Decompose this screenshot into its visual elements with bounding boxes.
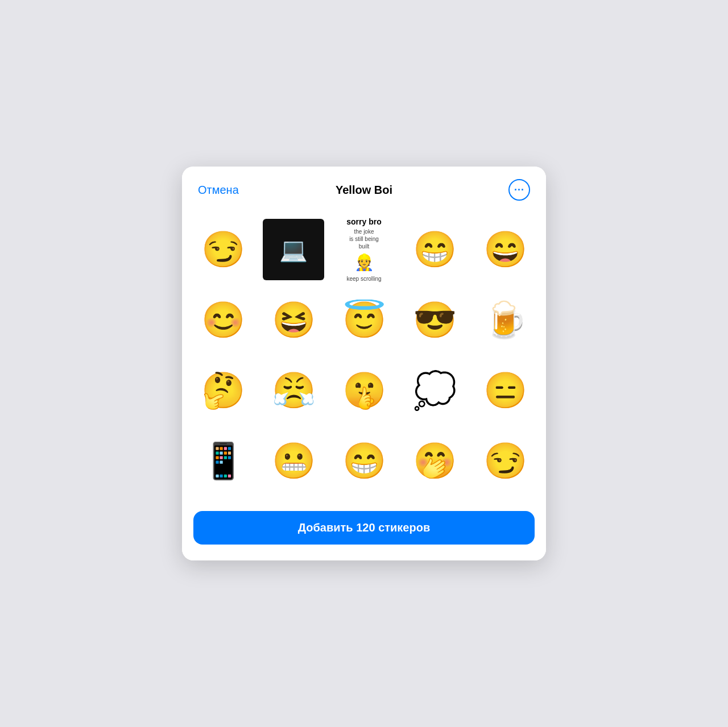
sticker-emoji: 😆 (259, 286, 328, 354)
more-icon: ··· (514, 184, 524, 196)
sticker-emoji: 😤 (259, 356, 328, 425)
add-button-container: Добавить 120 стикеров (182, 503, 546, 560)
sticker-item[interactable]: 💻 (259, 215, 328, 284)
sticker-emoji: 🤫 (330, 356, 398, 425)
sorry-title-text: sorry bro (346, 217, 381, 227)
sticker-item[interactable]: 😎 (400, 286, 469, 354)
sticker-emoji: 😄 (471, 215, 539, 284)
sticker-emoji: 💭 (400, 356, 469, 425)
sticker-item[interactable]: 📱 (189, 427, 257, 495)
sticker-grid: 😏 💻 sorry bro the jokeis still beingbuil… (182, 210, 546, 503)
sorry-scroll-text: keep scrolling (346, 275, 381, 283)
sticker-item[interactable]: 😏 (189, 215, 257, 284)
sticker-item[interactable]: 😑 (471, 356, 539, 425)
more-button-container: ··· (485, 179, 530, 201)
sticker-modal: Отмена Yellow Boi ··· 😏 💻 sorry bro the … (182, 167, 546, 560)
sticker-emoji: 😬 (259, 427, 328, 495)
cancel-button[interactable]: Отмена (198, 184, 243, 197)
sticker-text: sorry bro the jokeis still beingbuilt 👷 … (330, 215, 398, 284)
sticker-item[interactable]: 😏 (471, 427, 539, 495)
sticker-item[interactable]: 🤭 (400, 427, 469, 495)
sticker-item[interactable]: 🍺 (471, 286, 539, 354)
sticker-emoji: 😏 (471, 427, 539, 495)
sticker-emoji: 😁 (330, 427, 398, 495)
sticker-worker-emoji: 👷 (354, 252, 374, 273)
sticker-emoji: 😁 (400, 215, 469, 284)
sticker-emoji: 😑 (471, 356, 539, 425)
sticker-item[interactable]: 😤 (259, 356, 328, 425)
sorry-sub-text: the jokeis still beingbuilt (349, 228, 379, 250)
sticker-emoji: 🤔 (189, 356, 257, 425)
sticker-item[interactable]: 🤔 (189, 356, 257, 425)
sticker-emoji: 😊 (189, 286, 257, 354)
sticker-emoji: 📱 (189, 427, 257, 495)
sticker-emoji: 😎 (400, 286, 469, 354)
sticker-item[interactable]: 🤫 (330, 356, 398, 425)
sticker-item[interactable]: 😄 (471, 215, 539, 284)
sticker-item[interactable]: 😁 (400, 215, 469, 284)
sticker-emoji: 😏 (189, 215, 257, 284)
sticker-emoji: 🤭 (400, 427, 469, 495)
sticker-item[interactable]: sorry bro the jokeis still beingbuilt 👷 … (330, 215, 398, 284)
sticker-item[interactable]: 😇 (330, 286, 398, 354)
modal-header: Отмена Yellow Boi ··· (182, 167, 546, 210)
modal-title: Yellow Boi (243, 184, 485, 197)
sticker-item[interactable]: 😊 (189, 286, 257, 354)
sticker-emoji: 💻 (279, 236, 308, 263)
sticker-item[interactable]: 💭 (400, 356, 469, 425)
sticker-dark-bg: 💻 (263, 219, 324, 280)
sticker-emoji: 🍺 (471, 286, 539, 354)
more-button[interactable]: ··· (508, 179, 530, 201)
sticker-emoji: 😇 (330, 286, 398, 354)
sticker-item[interactable]: 😁 (330, 427, 398, 495)
sticker-item[interactable]: 😆 (259, 286, 328, 354)
sticker-item[interactable]: 😬 (259, 427, 328, 495)
add-stickers-button[interactable]: Добавить 120 стикеров (193, 511, 535, 545)
